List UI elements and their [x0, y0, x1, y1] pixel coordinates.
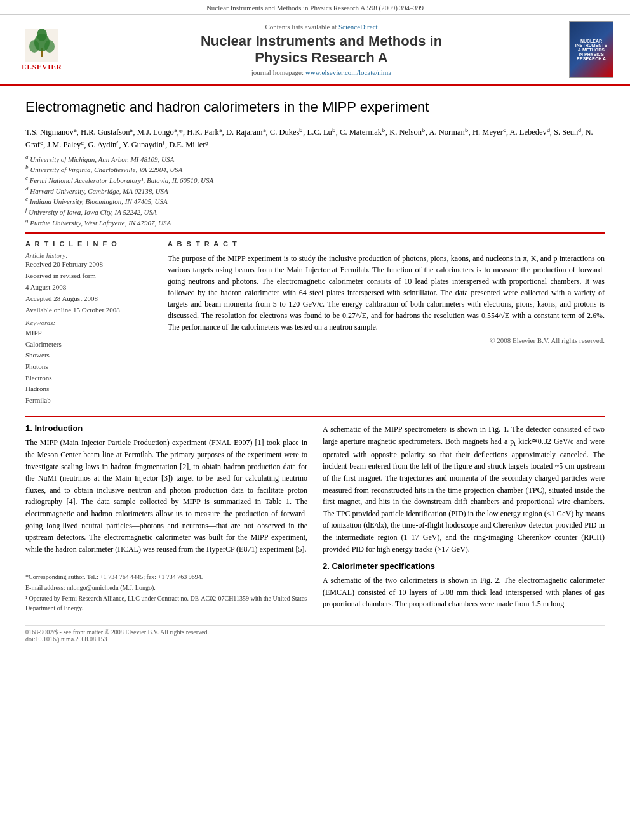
keywords-list: MIPP Calorimeters Showers Photons Electr… [25, 328, 142, 406]
received-date: Received 20 February 2008 [25, 260, 142, 268]
journal-title: Nuclear Instruments and Methods in Physi… [81, 33, 561, 67]
article-info-column: A R T I C L E I N F O Article history: R… [25, 240, 152, 406]
revised-label: Received in revised form [25, 272, 142, 279]
intro-paragraph: The MIPP (Main Injector Particle Product… [25, 437, 307, 555]
intro-right-paragraph: A schematic of the MIPP spectrometers is… [323, 423, 605, 555]
article-title: Electromagnetic and hadron calorimeters … [25, 98, 605, 117]
copyright-line: © 2008 Elsevier B.V. All rights reserved… [168, 337, 605, 344]
elsevier-logo: ELSEVIER [10, 29, 74, 70]
abstract-column: A B S T R A C T The purpose of the MIPP … [168, 240, 605, 406]
article-info-heading: A R T I C L E I N F O [25, 240, 142, 248]
footnotes: *Corresponding author. Tel.: +1 734 764 … [25, 568, 307, 613]
sciencedirect-line: Contents lists available at ScienceDirec… [81, 23, 561, 30]
footnote-1: *Corresponding author. Tel.: +1 734 764 … [25, 572, 307, 582]
affiliations: a University of Michigan, Ann Arbor, MI … [25, 154, 605, 227]
journal-top-bar: Nuclear Instruments and Methods in Physi… [0, 0, 630, 15]
journal-banner: ELSEVIER Contents lists available at Sci… [0, 15, 630, 86]
body-two-column: 1. Introduction The MIPP (Main Injector … [25, 423, 605, 615]
svg-point-4 [44, 40, 55, 53]
journal-cover-section: NUCLEAR INSTRUMENTS & METHODS IN PHYSICS… [569, 21, 620, 78]
article-meta-row: A R T I C L E I N F O Article history: R… [25, 240, 605, 406]
elsevier-wordmark: ELSEVIER [22, 63, 62, 70]
affiliation-g: g Purdue University, West Lafayette, IN … [25, 217, 605, 227]
divider-after-affiliations [25, 232, 605, 234]
affiliation-f: f University of Iowa, Iowa City, IA 5224… [25, 206, 605, 216]
journal-title-section: Contents lists available at ScienceDirec… [81, 23, 561, 77]
affiliation-d: d Harvard University, Cambridge, MA 0213… [25, 185, 605, 195]
footnote-2: E-mail address: mlongo@umich.edu (M.J. L… [25, 583, 307, 592]
accepted-date: Accepted 28 August 2008 [25, 295, 142, 302]
abstract-heading: A B S T R A C T [168, 240, 605, 248]
affiliation-a: a University of Michigan, Ann Arbor, MI … [25, 154, 605, 163]
page-footer: 0168-9002/$ - see front matter © 2008 El… [25, 625, 605, 643]
elsevier-logo-section: ELSEVIER [10, 29, 74, 70]
sciencedirect-link[interactable]: ScienceDirect [338, 23, 378, 30]
affiliation-b: b University of Virginia, Charlottesvill… [25, 164, 605, 173]
history-label: Article history: [25, 251, 142, 259]
journal-cover-thumbnail: NUCLEAR INSTRUMENTS & METHODS IN PHYSICS… [569, 21, 613, 78]
elsevier-tree-icon [25, 29, 58, 62]
authors-line: T.S. Nigmanovᵃ, H.R. Gustafsonᵃ, M.J. Lo… [25, 126, 605, 151]
body-right-column: A schematic of the MIPP spectrometers is… [323, 423, 605, 615]
keywords-label: Keywords: [25, 319, 142, 326]
affiliation-e: e Indiana University, Bloomington, IN 47… [25, 196, 605, 205]
section-1-title: 1. Introduction [25, 423, 307, 433]
svg-point-5 [37, 29, 47, 41]
section-2-title: 2. Calorimeter specifications [323, 561, 605, 571]
doi-line: doi:10.1016/j.nima.2008.08.153 [25, 636, 605, 643]
footnote-3: ¹ Operated by Fermi Research Alliance, L… [25, 594, 307, 613]
cal-specs-paragraph: A schematic of the two calorimeters is s… [323, 575, 605, 610]
body-left-column: 1. Introduction The MIPP (Main Injector … [25, 423, 307, 615]
issn-line: 0168-9002/$ - see front matter © 2008 El… [25, 629, 605, 636]
journal-homepage: journal homepage: www.elsevier.com/locat… [81, 69, 561, 76]
revised-date: 4 August 2008 [25, 283, 142, 291]
journal-citation: Nuclear Instruments and Methods in Physi… [206, 4, 424, 11]
abstract-text: The purpose of the MIPP experiment is to… [168, 253, 605, 333]
available-date: Available online 15 October 2008 [25, 306, 142, 314]
divider-before-body [25, 416, 605, 417]
homepage-link[interactable]: www.elsevier.com/locate/nima [305, 69, 392, 76]
svg-point-3 [29, 40, 39, 53]
paper-content: Electromagnetic and hadron calorimeters … [0, 86, 630, 655]
affiliation-c: c Fermi National Accelerator Laboratory¹… [25, 175, 605, 184]
